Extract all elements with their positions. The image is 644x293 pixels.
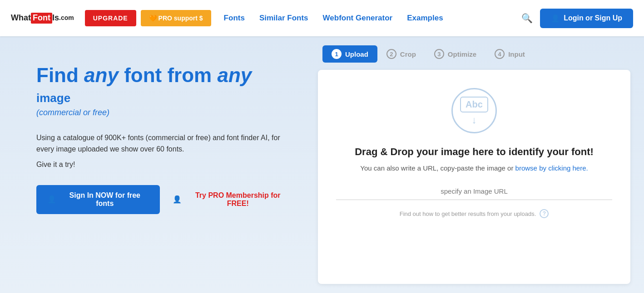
nav-webfont-generator[interactable]: Webfont Generator (323, 14, 393, 23)
search-icon: 🔍 (521, 13, 533, 23)
step-label-optimize: Optimize (448, 50, 476, 58)
right-panel: 1 Upload 2 Crop 3 Optimize 4 Input Abc ↓ (318, 36, 644, 293)
url-input[interactable] (336, 183, 612, 200)
sign-in-label: Sign In NOW for free fonts (61, 191, 149, 208)
step-optimize[interactable]: 3 Optimize (425, 45, 485, 63)
logo-is: Is (52, 14, 59, 23)
user-icon: 👤 (551, 14, 560, 23)
main-content: Find any font from any image (commercial… (0, 36, 644, 293)
step-num-2: 2 (386, 49, 396, 59)
nav-fonts[interactable]: Fonts (224, 14, 245, 23)
login-button[interactable]: 👤 Login or Sign Up (540, 9, 633, 28)
login-label: Login or Sign Up (564, 14, 622, 22)
upload-icon-container: Abc ↓ (451, 88, 497, 133)
headline-font: font from (119, 64, 218, 86)
main-headline: Find any font from any (36, 63, 291, 88)
better-results-text: Find out how to get better results from … (400, 209, 549, 218)
subheadline: image (36, 91, 291, 105)
cta-buttons: 👤 Sign In NOW for free fonts 👤 Try PRO M… (36, 185, 291, 214)
pro-membership-button[interactable]: 👤 Try PRO Membership for FREE! (173, 191, 291, 208)
browse-link[interactable]: browse by clicking here. (515, 164, 588, 172)
help-icon[interactable]: ? (540, 209, 549, 218)
tagline: (commercial or free) (36, 108, 291, 117)
pro-membership-label: Try PRO Membership for FREE! (185, 191, 291, 208)
step-label-input: Input (508, 50, 525, 58)
step-num-1: 1 (332, 49, 342, 59)
nav-examples[interactable]: Examples (407, 14, 443, 23)
step-label-crop: Crop (400, 50, 416, 58)
pro-support-button[interactable]: 🧡 PRO support $ (141, 10, 211, 26)
logo-font: Font (31, 13, 52, 24)
arrow-down-icon: ↓ (471, 115, 476, 125)
step-crop[interactable]: 2 Crop (377, 45, 425, 63)
upgrade-button[interactable]: UPGRADE (85, 10, 136, 26)
headline-find: Find (36, 64, 84, 86)
upload-dropzone[interactable]: Abc ↓ Drag & Drop your image here to ide… (318, 70, 630, 284)
logo[interactable]: WhatFont Is.com (11, 13, 74, 24)
step-num-3: 3 (434, 49, 444, 59)
step-label-upload: Upload (345, 50, 368, 58)
headline-any2: any (217, 64, 252, 86)
sign-in-button[interactable]: 👤 Sign In NOW for free fonts (36, 185, 160, 214)
header: WhatFont Is.com UPGRADE 🧡 PRO support $ … (0, 0, 644, 36)
sign-in-user-icon: 👤 (47, 195, 56, 204)
abc-icon: Abc (460, 97, 488, 112)
step-input[interactable]: 4 Input (485, 45, 534, 63)
step-upload[interactable]: 1 Upload (322, 45, 377, 63)
step-num-4: 4 (495, 49, 505, 59)
left-panel: Find any font from any image (commercial… (0, 36, 318, 293)
logo-com: .com (59, 15, 74, 21)
description: Using a catalogue of 900K+ fonts (commer… (36, 132, 291, 155)
give-try-text: Give it a try! (36, 161, 291, 169)
upload-icon-inner: Abc ↓ (460, 97, 488, 125)
nav-similar-fonts[interactable]: Similar Fonts (259, 14, 308, 23)
drag-subtitle: You can also write a URL, copy-paste the… (360, 164, 588, 172)
headline-any1: any (84, 64, 119, 86)
main-nav: Fonts Similar Fonts Webfont Generator Ex… (224, 14, 518, 23)
search-button[interactable]: 🔍 (521, 13, 533, 24)
pro-user-icon: 👤 (173, 195, 182, 204)
better-results-label: Find out how to get better results from … (400, 210, 536, 217)
logo-what: What (11, 14, 31, 23)
drag-subtitle-text: You can also write a URL, copy-paste the… (360, 164, 515, 172)
drag-title: Drag & Drop your image here to identify … (355, 146, 594, 158)
steps-bar: 1 Upload 2 Crop 3 Optimize 4 Input (318, 45, 630, 63)
